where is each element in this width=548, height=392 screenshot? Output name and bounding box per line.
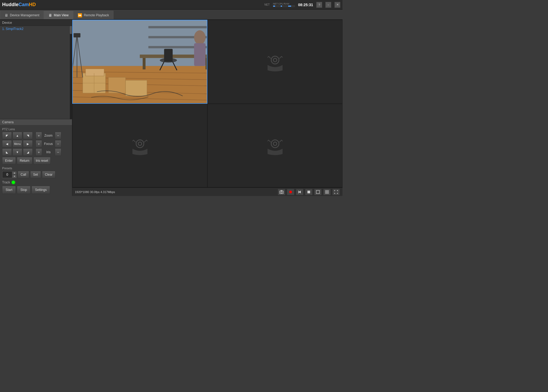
ptz-btn-left[interactable]: ◀ <box>2 140 12 148</box>
ram-label: RAM <box>284 2 289 5</box>
sidebar: Device 1. SimplTrack2 Camera PTZ Lens ◤ … <box>0 20 72 196</box>
svg-rect-25 <box>164 49 173 62</box>
play-back-button[interactable] <box>296 189 303 195</box>
record-button[interactable] <box>287 189 294 195</box>
iris-reset-button[interactable]: Iris reset <box>33 157 51 164</box>
help-button[interactable]: ? <box>316 2 322 8</box>
svg-point-38 <box>289 191 292 193</box>
camera-placeholder-icon-4 <box>264 135 286 156</box>
track-label: Track <box>2 180 10 184</box>
preset-spin-down[interactable]: ▼ <box>12 175 17 178</box>
presets-label: Presets <box>2 167 70 170</box>
preset-spin-up[interactable]: ▲ <box>12 171 17 175</box>
stop-button[interactable]: Stop <box>17 186 31 194</box>
single-view-icon <box>316 190 320 194</box>
device-item[interactable]: 1. SimplTrack2 <box>0 26 72 32</box>
camera-feed-svg <box>73 20 207 103</box>
action-row: Enter Return Iris reset <box>2 157 70 164</box>
settings-button[interactable]: Settings <box>32 186 50 194</box>
ptz-btn-downleft[interactable]: ◣ <box>2 148 12 156</box>
grid-view-button[interactable] <box>323 189 331 195</box>
preset-input[interactable] <box>2 171 12 178</box>
video-cell-2[interactable] <box>207 20 342 104</box>
ptz-btn-menu[interactable]: Menu <box>13 140 22 148</box>
scroll-track <box>70 26 72 119</box>
zoom-minus-btn[interactable]: − <box>55 132 61 139</box>
svg-rect-12 <box>143 58 146 70</box>
start-button[interactable]: Start <box>2 186 16 194</box>
svg-point-35 <box>273 142 277 145</box>
device-name: SimplTrack2 <box>6 27 23 31</box>
scroll-thumb[interactable] <box>70 26 72 34</box>
enter-button[interactable]: Enter <box>2 157 16 164</box>
preset-input-group: ▲ ▼ <box>2 171 17 178</box>
grid-icon <box>325 190 329 194</box>
zoom-plus-btn[interactable]: + <box>36 132 42 139</box>
focus-plus-btn[interactable]: + <box>36 140 42 148</box>
camera-placeholder-icon-3 <box>129 135 151 156</box>
ptz-row-middle: ◀ Menu ▶ + Focus − <box>2 140 70 148</box>
svg-rect-29 <box>194 43 206 66</box>
tab-device-management[interactable]: 🖥 Device Management <box>0 11 44 19</box>
single-view-button[interactable] <box>314 189 322 195</box>
zoom-control: + Zoom − <box>36 132 61 139</box>
svg-point-30 <box>271 56 279 64</box>
svg-rect-13 <box>206 58 207 70</box>
close-button[interactable]: ✕ <box>334 2 340 8</box>
video-cell-1[interactable] <box>72 20 207 104</box>
iris-minus-btn[interactable]: − <box>55 148 61 156</box>
ptz-btn-up[interactable]: ▲ <box>13 132 22 139</box>
bottom-buttons: Start Stop Settings <box>2 186 70 194</box>
zoom-label: Zoom <box>43 134 54 137</box>
svg-rect-44 <box>327 190 329 192</box>
svg-rect-41 <box>307 191 310 193</box>
set-button[interactable]: Set <box>30 171 41 178</box>
clear-button[interactable]: Clear <box>42 171 56 178</box>
ptz-btn-right[interactable]: ▶ <box>23 140 33 148</box>
svg-rect-15 <box>86 69 104 76</box>
logo-text: Huddle <box>2 2 18 7</box>
ptz-btn-upleft[interactable]: ◤ <box>2 132 12 139</box>
svg-point-33 <box>138 142 142 145</box>
svg-point-37 <box>281 191 282 193</box>
svg-marker-39 <box>299 191 301 193</box>
stop-playback-button[interactable] <box>305 189 313 195</box>
play-back-icon <box>298 190 302 194</box>
iris-control: + Iris − <box>36 148 61 156</box>
net-label: NET <box>264 3 270 6</box>
tab-main-view-label: Main View <box>54 13 68 17</box>
main-content: Device 1. SimplTrack2 Camera PTZ Lens ◤ … <box>0 20 342 196</box>
status-controls <box>278 189 340 195</box>
ptz-btn-downright[interactable]: ◢ <box>23 148 33 156</box>
device-list-scroll[interactable]: 1. SimplTrack2 <box>0 26 72 119</box>
svg-rect-17 <box>125 80 147 96</box>
tab-remote-playback[interactable]: ⏩ Remote Playback <box>73 11 113 19</box>
focus-minus-btn[interactable]: − <box>55 140 61 148</box>
video-area: 1920*1080 30.0fps 4.317Mbps <box>72 20 342 196</box>
video-cell-3[interactable] <box>72 104 207 188</box>
snapshot-button[interactable] <box>278 189 285 195</box>
svg-rect-42 <box>316 190 319 194</box>
svg-point-34 <box>271 140 279 148</box>
iris-plus-btn[interactable]: + <box>36 148 42 156</box>
iris-label: Iris <box>43 150 54 154</box>
fullscreen-button[interactable] <box>332 189 340 195</box>
track-indicator <box>12 181 15 184</box>
call-button[interactable]: Call <box>18 171 29 178</box>
cpu-label: CPU <box>278 2 283 5</box>
live-feed <box>73 20 207 103</box>
svg-point-31 <box>273 58 277 62</box>
tab-main-view[interactable]: 🖥 Main View <box>44 11 73 19</box>
ptz-btn-down[interactable]: ▼ <box>13 148 22 156</box>
minimize-button[interactable]: − <box>325 2 331 8</box>
app-logo: HuddleCamHD <box>2 2 36 7</box>
titlebar-right: NET NET CPU RAM 08:25:31 ? − ✕ <box>264 2 340 8</box>
focus-control: + Focus − <box>36 140 61 148</box>
return-button[interactable]: Return <box>17 157 32 164</box>
svg-rect-8 <box>149 26 207 28</box>
ptz-btn-upright[interactable]: ◥ <box>23 132 33 139</box>
camera-section: Camera PTZ Lens ◤ ▲ ◥ + Zoom − ◀ <box>0 119 72 196</box>
track-row: Track <box>2 180 70 184</box>
video-cell-4[interactable] <box>207 104 342 188</box>
svg-rect-46 <box>327 192 329 194</box>
